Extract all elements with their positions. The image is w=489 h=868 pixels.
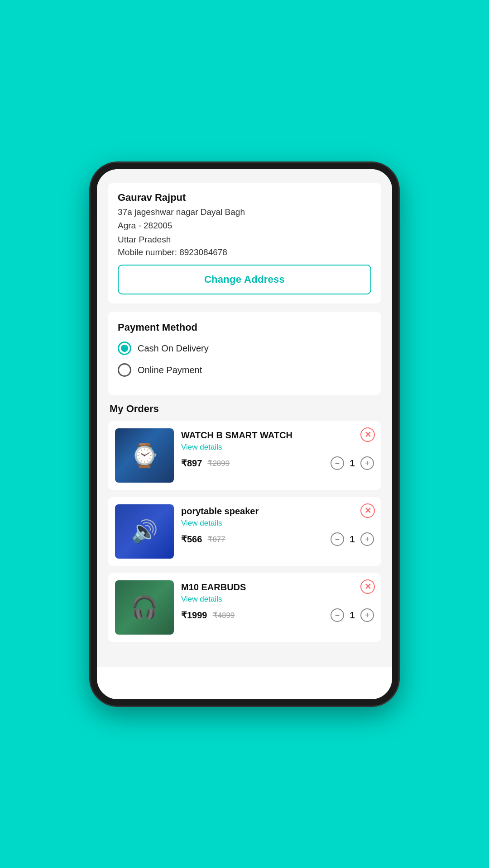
phone-content: Gaurav Rajput 37a jageshwar nagar Dayal … — [97, 169, 392, 668]
earbuds-product-image: 🎧 — [115, 580, 174, 635]
address-line3: Uttar Pradesh — [118, 234, 371, 246]
speaker-quantity-control: − 1 + — [331, 532, 374, 546]
cod-radio[interactable] — [118, 342, 131, 355]
earbuds-decrease-btn[interactable]: − — [331, 608, 344, 622]
speaker-price-row: ₹566 ₹877 − 1 + — [181, 532, 374, 546]
earbuds-original-price: ₹4899 — [213, 611, 235, 620]
online-payment-option[interactable]: Online Payment — [118, 363, 371, 377]
address-line2: Agra - 282005 — [118, 220, 371, 232]
address-card: Gaurav Rajput 37a jageshwar nagar Dayal … — [108, 183, 381, 304]
watch-view-details[interactable]: View details — [181, 443, 374, 452]
address-name: Gaurav Rajput — [118, 192, 371, 204]
change-address-button[interactable]: Change Address — [118, 265, 371, 294]
speaker-details: porytable speaker View details ₹566 ₹877… — [181, 504, 374, 546]
speaker-increase-btn[interactable]: + — [360, 532, 374, 546]
watch-quantity-control: − 1 + — [331, 456, 374, 470]
order-item-speaker: 🔊 porytable speaker View details ₹566 ₹8… — [108, 497, 381, 566]
earbuds-name: M10 EARBUDS — [181, 581, 374, 593]
order-item-earbuds: 🎧 M10 EARBUDS View details ₹1999 ₹4899 −… — [108, 573, 381, 642]
earbuds-view-details[interactable]: View details — [181, 595, 374, 604]
earbuds-details: M10 EARBUDS View details ₹1999 ₹4899 − 1… — [181, 580, 374, 622]
speaker-original-price: ₹877 — [207, 535, 225, 544]
watch-increase-btn[interactable]: + — [360, 456, 374, 470]
watch-product-image — [115, 428, 174, 483]
watch-details: WATCH B SMART WATCH View details ₹897 ₹2… — [181, 428, 374, 470]
cod-radio-inner — [121, 345, 128, 352]
order-item-watch: WATCH B SMART WATCH View details ₹897 ₹2… — [108, 421, 381, 490]
orders-section-title: My Orders — [108, 403, 381, 415]
phone-frame: Gaurav Rajput 37a jageshwar nagar Dayal … — [91, 163, 398, 706]
address-line1: 37a jageshwar nagar Dayal Bagh — [118, 206, 371, 218]
watch-current-price: ₹897 — [181, 458, 202, 469]
online-label: Online Payment — [138, 365, 202, 375]
earbuds-current-price: ₹1999 — [181, 610, 207, 621]
watch-original-price: ₹2899 — [207, 459, 230, 468]
speaker-name: porytable speaker — [181, 505, 374, 517]
watch-price-row: ₹897 ₹2899 − 1 + — [181, 456, 374, 470]
mobile-label: Mobile number: — [118, 247, 177, 257]
mobile-number: 8923084678 — [179, 247, 227, 257]
speaker-quantity: 1 — [348, 534, 357, 545]
speaker-view-details[interactable]: View details — [181, 519, 374, 528]
cod-option[interactable]: Cash On Delivery — [118, 342, 371, 355]
payment-section-title: Payment Method — [118, 322, 371, 333]
watch-name: WATCH B SMART WATCH — [181, 429, 374, 441]
earbuds-price-row: ₹1999 ₹4899 − 1 + — [181, 608, 374, 622]
orders-section: My Orders WATCH B SMART WATCH View detai… — [108, 403, 381, 642]
speaker-current-price: ₹566 — [181, 534, 202, 545]
address-mobile: Mobile number: 8923084678 — [118, 247, 371, 257]
earbuds-quantity: 1 — [348, 610, 357, 621]
speaker-product-image: 🔊 — [115, 504, 174, 559]
online-radio[interactable] — [118, 363, 131, 377]
payment-section: Payment Method Cash On Delivery Online P… — [108, 312, 381, 395]
cod-label: Cash On Delivery — [138, 343, 209, 354]
earbuds-quantity-control: − 1 + — [331, 608, 374, 622]
watch-decrease-btn[interactable]: − — [331, 456, 344, 470]
speaker-decrease-btn[interactable]: − — [331, 532, 344, 546]
watch-quantity: 1 — [348, 458, 357, 469]
earbuds-increase-btn[interactable]: + — [360, 608, 374, 622]
